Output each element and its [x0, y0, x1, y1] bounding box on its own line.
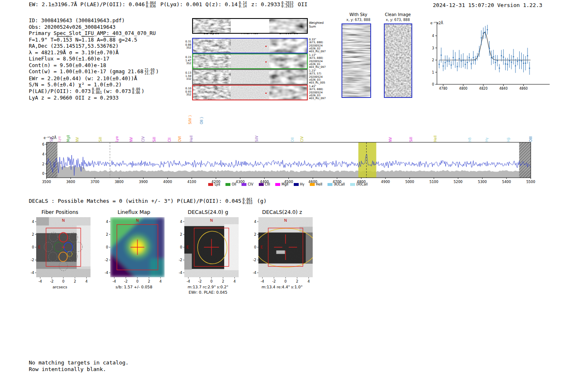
footer-notes: No matching targets in catalog. Row inte…: [29, 360, 129, 372]
svg-text:-2: -2: [31, 258, 34, 262]
info-line: Cont(w) = 1.00(±0.01)e-17 (gmag 21.6821.…: [29, 68, 159, 75]
bad-pixel-marker: [265, 61, 267, 63]
svg-text:-4: -4: [113, 279, 116, 283]
legend-item-mgii: MgII: [275, 183, 288, 186]
legend-item-kcaii: (K)CaII: [327, 183, 345, 186]
info-line: Primary Spec_Slot_IFU_AMP: 403_074_070_R…: [29, 30, 159, 37]
legend-item-oii: OII: [225, 183, 236, 186]
fiber-id-labels: WeightedSum: [309, 21, 334, 28]
fiber-weight-labels: 0.131.59332: [181, 72, 191, 81]
panel-title-fiber: Fiber Positions: [24, 209, 96, 215]
svg-text:-4: -4: [253, 271, 256, 275]
line-label-oii: OII }: [200, 116, 204, 124]
svg-text:0: 0: [254, 245, 256, 249]
svg-text:-4: -4: [187, 279, 190, 283]
legend-item-hγ: Hγ: [294, 183, 304, 186]
svg-text:0: 0: [180, 245, 182, 249]
svg-text:-4: -4: [31, 271, 34, 275]
svg-text:2: 2: [148, 279, 150, 283]
svg-text:4: 4: [254, 220, 256, 224]
summary-stats-line: EW: 2.1±3196.7Å P(LAE)/P(OII): 0.0460.06…: [29, 1, 307, 8]
detection-info-block: ID: 3008419643 (3008419643.pdf)Obs: 2020…: [29, 17, 159, 101]
svg-text:E: E: [38, 245, 41, 249]
spec2d-row: [192, 18, 308, 34]
full-spectrum-plot: 0246350036003700380039004000410042004300…: [29, 139, 547, 188]
legend-item-civ: CIV: [242, 183, 253, 186]
info-line: λ = 4821.29Å σ = 3.19(±0.70)Å: [29, 49, 159, 56]
legend-swatch: [350, 183, 355, 186]
svg-text:-2: -2: [198, 279, 202, 283]
fiber-id-labels: 1.43"(673, 888)20200524v026_03403_RU_097: [309, 85, 334, 100]
legend-item-ciii: CIII: [259, 183, 270, 186]
svg-text:N: N: [62, 218, 65, 223]
panel-title-lineflux: Lineflux Map: [98, 209, 170, 215]
clean-title: Clean Image: [379, 12, 416, 17]
svg-text:0: 0: [136, 279, 138, 283]
svg-text:4780: 4780: [439, 87, 447, 90]
svg-text:2: 2: [42, 162, 44, 166]
fiber-id-labels: 1.23"(673, 57)20200524v026_03403_RL_005: [309, 70, 334, 84]
svg-text:4: 4: [432, 34, 434, 38]
info-line: Obs: 20200524v026_3008419643: [29, 24, 159, 30]
legend-swatch: [327, 183, 332, 186]
info-line: F=1.9" T=0.153 N=1.18 A=0.88 g=24.5: [29, 37, 159, 43]
fiber-id-labels: 1.13"(673, 888)20200524v026_01403_RU_097: [309, 54, 334, 69]
svg-text:N: N: [210, 218, 213, 223]
info-line: LyA z = 2.9660 OII z = 0.2933: [29, 95, 159, 101]
svg-text:-2: -2: [272, 279, 276, 283]
decals-g-panel: -4-4-2-2002244NE: [172, 216, 244, 285]
bad-pixel-marker: [265, 93, 267, 94]
svg-text:-4: -4: [39, 279, 42, 283]
info-line: S/N = 5.0(±0.4) χ² = 1.0(±0.2): [29, 81, 159, 88]
svg-text:2: 2: [32, 232, 34, 237]
withsky-coords: x, y: 673, 888: [340, 18, 377, 22]
decals-z-sub: m:13.4 re:4.4" s:1.0": [244, 285, 320, 290]
info-line: RA,Dec (235.145157,53.536762): [29, 43, 159, 49]
svg-text:2: 2: [180, 232, 182, 237]
svg-text:6: 6: [42, 142, 44, 146]
footer-line-1: No matching targets in catalog.: [29, 360, 129, 366]
info-line: Cont(n) = 9.50(±0.40)e-18: [29, 62, 159, 69]
legend-swatch: [275, 183, 280, 186]
timestamp-version: 2024-12-31 15:07:20 Version 1.22.3: [433, 2, 542, 8]
svg-text:4800: 4800: [459, 87, 467, 90]
zoom-spectrum-plot: 0123447804800482048404860: [428, 20, 551, 94]
svg-text:-2: -2: [253, 258, 256, 262]
svg-text:4820: 4820: [479, 87, 488, 90]
svg-text:E: E: [260, 245, 263, 249]
svg-text:0: 0: [432, 83, 434, 86]
spec2d-row: [192, 53, 308, 69]
lineflux-map-panel: -4-4-2-2002244N: [98, 216, 170, 285]
legend-swatch: [208, 183, 213, 186]
spec2d-row: [192, 69, 308, 85]
legend-item-heii: HeII: [310, 183, 323, 186]
info-line: P(LAE)/P(OII): 0.0730.090.061(w: 0.0730.…: [29, 88, 159, 95]
svg-text:4: 4: [307, 279, 309, 283]
spectrum-legend: LyαOIICIVCIIIMgIIHγHeII(K)CaII(H)CaII: [29, 183, 547, 186]
svg-text:-2: -2: [50, 279, 53, 283]
svg-text:2: 2: [74, 279, 76, 283]
svg-text:-2: -2: [124, 279, 128, 283]
svg-text:4840: 4840: [499, 87, 507, 90]
withsky-image: [341, 23, 371, 98]
svg-text:4: 4: [159, 279, 161, 283]
spec2d-row: [192, 85, 308, 100]
svg-text:0: 0: [62, 279, 64, 283]
svg-text:4: 4: [233, 279, 235, 283]
line-label-siiv: SiIV }: [188, 115, 192, 124]
svg-text:2: 2: [222, 279, 224, 283]
decals-z-panel: -4-4-2-2002244NE: [246, 216, 318, 285]
elixer-report-page: EW: 2.1±3196.7Å P(LAE)/P(OII): 0.0460.06…: [0, 0, 576, 392]
info-line: LineFlux = 8.50(±1.60)e-17: [29, 56, 159, 62]
svg-text:-2: -2: [105, 258, 108, 262]
svg-text:2: 2: [432, 58, 434, 62]
decals-g-sub-2: EWr: 0. PLAE: 0.045: [170, 290, 246, 295]
decals-g-sub-1: m:13.7 rc:2.9" s:0.2": [170, 285, 246, 290]
info-line: ID: 3008419643 (3008419643.pdf): [29, 17, 159, 24]
panel-title-decals-z: DECaLS(24.0) z: [246, 209, 318, 215]
svg-text:4860: 4860: [519, 87, 527, 90]
info-line: EWr = 2.20(±0.44) (w: 2.10(±0.40))Å: [29, 75, 159, 82]
legend-swatch: [294, 183, 299, 186]
lineflux-sub: s/b: 1.57 +/- 0.058: [96, 285, 172, 290]
footer-line-2: Row intentionally blank.: [29, 366, 129, 373]
